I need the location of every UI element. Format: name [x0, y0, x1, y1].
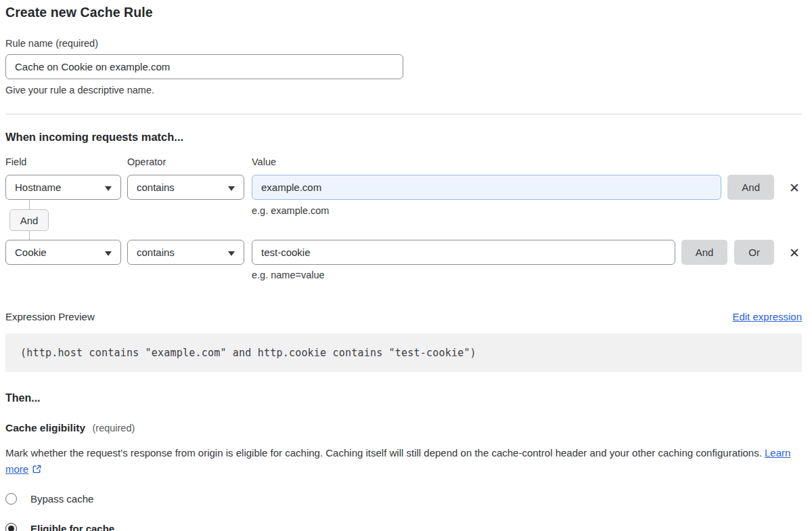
add-and-condition-button[interactable]: And [681, 240, 728, 265]
expression-preview-label: Expression Preview [5, 310, 95, 324]
expression-code-text: (http.host contains "example.com" and ht… [20, 347, 476, 359]
radio-option-label: Bypass cache [30, 493, 93, 505]
add-or-condition-button[interactable]: Or [734, 240, 774, 265]
description-text: Mark whether the request’s response from… [5, 447, 762, 459]
field-select-value: Cookie [15, 247, 47, 258]
required-badge: (required) [92, 423, 135, 433]
radio-option-eligible-for-cache[interactable]: Eligible for cache [5, 520, 802, 531]
connector-line [29, 200, 30, 209]
condition-column-labels: Field Operator Value [5, 156, 802, 168]
add-and-condition-button[interactable]: And [727, 175, 774, 200]
radio-option-label: Eligible for cache [30, 523, 114, 531]
operator-select-value: contains [137, 247, 175, 258]
rule-name-help: Give your rule a descriptive name. [5, 84, 802, 96]
cache-eligibility-name: Cache eligibility [5, 422, 85, 433]
condition-row: Hostname contains And ✕ [5, 175, 802, 200]
external-link-icon [32, 463, 42, 479]
match-heading: When incoming requests match... [5, 130, 802, 144]
value-input[interactable] [252, 175, 721, 200]
radio-unselected-icon[interactable] [5, 493, 17, 505]
cache-eligibility-description: Mark whether the request’s response from… [5, 445, 794, 479]
value-hint: e.g. example.com [252, 205, 329, 216]
field-select[interactable]: Cookie [5, 240, 121, 265]
value-hint: e.g. name=value [252, 270, 802, 280]
operator-select[interactable]: contains [127, 240, 244, 265]
radio-selected-icon[interactable] [5, 523, 17, 531]
expression-preview-header: Expression Preview Edit expression [5, 310, 802, 324]
condition-connector: And [7, 200, 51, 240]
chevron-down-icon [228, 186, 235, 191]
chevron-down-icon [105, 186, 112, 191]
chevron-down-icon [228, 251, 235, 256]
page-title: Create new Cache Rule [5, 5, 802, 20]
operator-column-label: Operator [127, 156, 252, 168]
condition-row: Cookie contains And Or ✕ [5, 240, 802, 265]
condition-connector-area: And e.g. example.com [5, 200, 802, 240]
chevron-down-icon [105, 251, 112, 256]
create-cache-rule-page: Create new Cache Rule Rule name (require… [0, 0, 812, 531]
remove-condition-icon[interactable]: ✕ [787, 245, 802, 260]
field-column-label: Field [5, 156, 127, 168]
edit-expression-link[interactable]: Edit expression [732, 311, 802, 322]
radio-option-bypass-cache[interactable]: Bypass cache [5, 490, 802, 507]
connector-and-button[interactable]: And [9, 209, 49, 231]
then-heading: Then... [5, 391, 802, 405]
operator-select-value: contains [137, 182, 175, 193]
rule-name-label: Rule name (required) [5, 37, 802, 49]
value-input[interactable] [252, 240, 675, 265]
connector-line [29, 231, 30, 240]
operator-select[interactable]: contains [127, 175, 244, 200]
value-column-label: Value [252, 156, 802, 168]
field-select-value: Hostname [15, 182, 61, 193]
field-select[interactable]: Hostname [5, 175, 121, 200]
cache-eligibility-title: Cache eligibility (required) [5, 421, 802, 435]
expression-preview-code: (http.host contains "example.com" and ht… [5, 333, 802, 372]
rule-name-input[interactable] [5, 54, 403, 79]
section-divider [5, 114, 802, 114]
remove-condition-icon[interactable]: ✕ [787, 180, 802, 195]
